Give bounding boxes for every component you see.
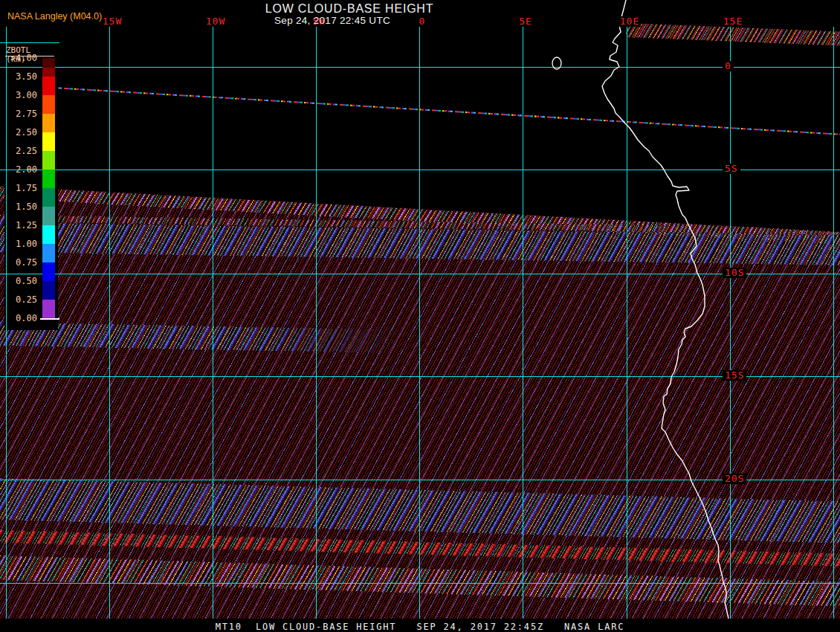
latitude-label: 0 bbox=[723, 61, 734, 71]
longitude-label: 10W bbox=[204, 16, 227, 27]
longitude-label: 5E bbox=[517, 16, 534, 27]
africa-coastline bbox=[602, 0, 728, 619]
product-datetime: Sep 24, 2017 22:45 UTC bbox=[274, 15, 390, 26]
coastline-map bbox=[0, 0, 840, 619]
longitude-label: 0 bbox=[418, 16, 427, 27]
longitude-label: 15W bbox=[101, 16, 123, 27]
latitude-label: 20S bbox=[723, 474, 746, 484]
latitude-label: 10S bbox=[723, 268, 746, 278]
longitude-label: 15E bbox=[722, 16, 744, 27]
status-bar: MT10 LOW CLOUD-BASE HEIGHT SEP 24, 2017 … bbox=[0, 619, 840, 632]
source-credit: NASA Langley (M04.0) bbox=[7, 11, 102, 22]
satellite-product-screen: ZBOTL (km) >4.003.503.002.752.502.252.00… bbox=[0, 0, 840, 632]
map-area: ZBOTL (km) >4.003.503.002.752.502.252.00… bbox=[0, 0, 840, 619]
sao-tome-island bbox=[552, 57, 561, 69]
status-bar-text: MT10 LOW CLOUD-BASE HEIGHT SEP 24, 2017 … bbox=[216, 622, 625, 632]
longitude-label: 10E bbox=[618, 16, 641, 27]
latitude-label: 5S bbox=[723, 164, 740, 174]
product-title: LOW CLOUD-BASE HEIGHT bbox=[265, 2, 434, 16]
latitude-label: 15S bbox=[723, 370, 746, 381]
